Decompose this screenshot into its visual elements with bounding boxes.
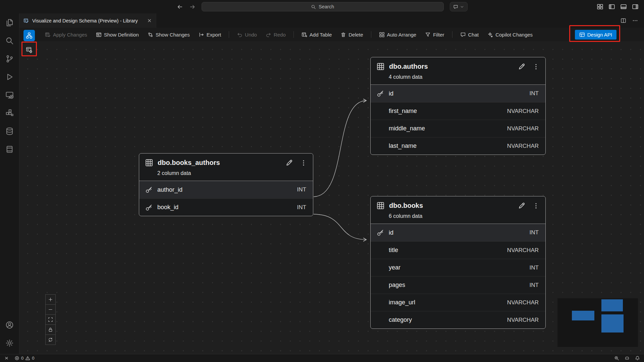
chat-icon bbox=[460, 32, 466, 38]
column-row-title[interactable]: titleNVARCHAR bbox=[371, 241, 545, 259]
search-input[interactable]: Search bbox=[202, 2, 444, 11]
toolbar-label: Undo bbox=[245, 32, 257, 38]
design-api-icon bbox=[579, 32, 585, 38]
activity-remote-explorer[interactable] bbox=[0, 86, 19, 104]
toolbar-separator bbox=[452, 31, 452, 38]
minimap-node bbox=[601, 314, 624, 333]
customize-layout-icon[interactable] bbox=[597, 3, 603, 10]
copilot-chat-dropdown[interactable] bbox=[450, 2, 468, 11]
copilot-status-icon[interactable] bbox=[625, 356, 630, 361]
edit-table-icon[interactable] bbox=[518, 202, 525, 209]
activity-settings[interactable] bbox=[0, 334, 19, 352]
zoom-sync-button[interactable] bbox=[45, 335, 56, 345]
edit-table-icon[interactable] bbox=[518, 63, 525, 70]
toolbar-label: Show Changes bbox=[156, 32, 190, 38]
table-menu-icon[interactable] bbox=[533, 202, 539, 209]
column-row-middle_name[interactable]: middle_nameNVARCHAR bbox=[371, 120, 545, 137]
activity-source-control[interactable] bbox=[0, 50, 19, 68]
toolbar-delete-button[interactable]: Delete bbox=[337, 30, 366, 39]
remote-indicator[interactable] bbox=[4, 354, 9, 362]
activity-run-and-debug[interactable] bbox=[0, 68, 19, 86]
column-row-book_id[interactable]: book_idINT bbox=[139, 198, 313, 216]
schema-designer-tab-icon bbox=[23, 18, 29, 23]
table-menu-icon[interactable] bbox=[300, 160, 307, 166]
copilot-changes-icon bbox=[487, 32, 493, 38]
table-node-dbo.books[interactable]: dbo.books 6 column data idINTtitleNVARCH… bbox=[370, 196, 546, 329]
column-type: NVARCHAR bbox=[507, 125, 539, 132]
files-icon bbox=[5, 18, 14, 27]
split-editor-icon[interactable] bbox=[621, 18, 626, 23]
minus-icon bbox=[48, 307, 53, 312]
activity-database[interactable] bbox=[0, 122, 19, 140]
column-row-category[interactable]: categoryNVARCHAR bbox=[371, 311, 545, 328]
zoom-fit-button[interactable] bbox=[45, 314, 56, 325]
activity-account[interactable] bbox=[0, 316, 19, 334]
toolbar-label: Add Table bbox=[310, 32, 332, 38]
toolbar-show-definition-button[interactable]: Show Definition bbox=[93, 30, 142, 39]
tab-visualize-design-schema[interactable]: Visualize and Design Schema (Preview) - … bbox=[19, 13, 156, 28]
minimap[interactable] bbox=[557, 298, 638, 347]
activity-files[interactable] bbox=[0, 13, 19, 32]
account-icon bbox=[5, 321, 14, 329]
warnings-count: 0 bbox=[32, 356, 34, 361]
schema-canvas[interactable] bbox=[19, 41, 644, 354]
toolbar-show-changes-button[interactable]: Show Changes bbox=[144, 30, 193, 39]
toolbar-label: Chat bbox=[468, 32, 479, 38]
more-actions-icon[interactable] bbox=[632, 18, 638, 23]
column-row-author_id[interactable]: author_idINT bbox=[139, 181, 313, 198]
table-node-dbo.books_authors[interactable]: dbo.books_authors 2 column data author_i… bbox=[139, 153, 313, 216]
column-row-pages[interactable]: pagesINT bbox=[371, 276, 545, 294]
column-row-first_name[interactable]: first_nameNVARCHAR bbox=[371, 102, 545, 120]
column-type: INT bbox=[297, 204, 306, 211]
toolbar-label: Redo bbox=[274, 32, 286, 38]
problems-indicator[interactable]: 0 0 bbox=[14, 354, 34, 362]
column-row-image_url[interactable]: image_urlNVARCHAR bbox=[371, 294, 545, 311]
activity-search-side[interactable] bbox=[0, 32, 19, 50]
table-header: dbo.books bbox=[371, 196, 545, 213]
toolbar-filter-button[interactable]: Filter bbox=[422, 30, 447, 39]
zoom-plus-button[interactable] bbox=[45, 294, 56, 305]
toggle-sidebar-right-icon[interactable] bbox=[632, 3, 639, 10]
toggle-sidebar-left-icon[interactable] bbox=[608, 3, 615, 10]
filter-icon bbox=[425, 32, 431, 38]
zoom-status-icon[interactable] bbox=[614, 356, 619, 361]
notifications-icon[interactable] bbox=[635, 356, 640, 361]
back-icon[interactable] bbox=[177, 4, 183, 10]
column-name: year bbox=[389, 264, 400, 271]
editor-actions bbox=[621, 13, 644, 28]
redo-icon bbox=[266, 32, 271, 38]
table-subtitle: 4 column data bbox=[371, 74, 545, 85]
toggle-panel-icon[interactable] bbox=[620, 3, 627, 10]
activity-extensions[interactable] bbox=[0, 104, 19, 122]
apply-changes-icon bbox=[45, 32, 51, 38]
edit-table-icon[interactable] bbox=[285, 159, 293, 167]
toolbar-auto-arrange-button[interactable]: Auto Arrange bbox=[376, 30, 420, 39]
designer-tool-table-settings[interactable] bbox=[23, 44, 35, 56]
zoom-minus-button[interactable] bbox=[45, 304, 56, 315]
column-type: INT bbox=[530, 90, 539, 97]
table-node-dbo.authors[interactable]: dbo.authors 4 column data idINTfirst_nam… bbox=[370, 57, 546, 155]
toolbar-chat-button[interactable]: Chat bbox=[457, 30, 482, 39]
toolbar-export-button[interactable]: Export bbox=[195, 30, 224, 39]
activity-storage[interactable] bbox=[0, 140, 19, 158]
table-icon bbox=[377, 63, 384, 70]
zoom-lock-button[interactable] bbox=[45, 324, 56, 335]
column-row-last_name[interactable]: last_nameNVARCHAR bbox=[371, 137, 545, 155]
column-name: id bbox=[389, 229, 393, 236]
column-name: title bbox=[389, 247, 398, 254]
column-row-year[interactable]: yearINT bbox=[371, 259, 545, 276]
toolbar-label: Delete bbox=[348, 32, 363, 38]
toolbar-copilot-changes-button[interactable]: Copilot Changes bbox=[484, 30, 536, 39]
design-api-button[interactable]: Design API bbox=[575, 30, 616, 40]
forward-icon[interactable] bbox=[189, 4, 196, 10]
column-row-id[interactable]: idINT bbox=[371, 224, 545, 241]
editor-toolbar-items: Apply ChangesShow DefinitionShow Changes… bbox=[42, 30, 536, 39]
designer-tool-schema[interactable] bbox=[23, 30, 35, 41]
tab-close-icon[interactable] bbox=[147, 18, 152, 23]
table-menu-icon[interactable] bbox=[533, 63, 539, 70]
toolbar-add-table-button[interactable]: Add Table bbox=[298, 30, 335, 39]
column-row-id[interactable]: idINT bbox=[371, 85, 545, 102]
plus-icon bbox=[48, 297, 53, 302]
minimap-node bbox=[572, 311, 594, 320]
auto-arrange-icon bbox=[379, 32, 385, 38]
